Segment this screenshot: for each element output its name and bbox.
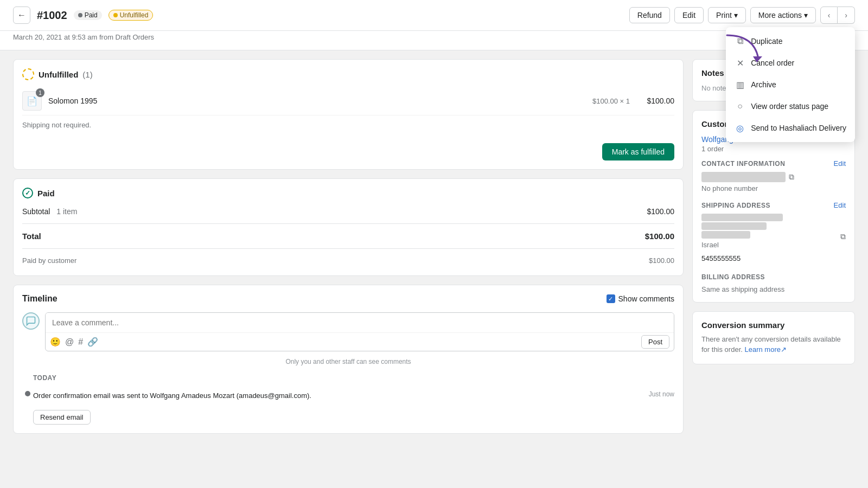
subtotal-row: Subtotal 1 item $100.00 <box>22 205 674 218</box>
conversion-text: There aren't any conversion details avai… <box>701 334 846 355</box>
prev-order-button[interactable]: ‹ <box>820 7 838 24</box>
attachment-icon[interactable]: 🔗 <box>87 337 98 347</box>
dropdown-item-send-hashaliach[interactable]: ◎ Send to Hashaliach Delivery <box>726 117 855 139</box>
hashtag-icon[interactable]: # <box>78 337 83 347</box>
item-doc-icon: 📄 <box>27 96 37 106</box>
unfulfilled-title: Unfulfilled (1) <box>22 68 674 80</box>
shipping-address: Wolfgang Amadeus Mozart Israel 545555555… <box>701 214 846 265</box>
post-button[interactable]: Post <box>641 335 669 349</box>
order-date: March 20, 2021 at 9:53 am from Draft Ord… <box>13 33 154 41</box>
paid-card: ✓ Paid Subtotal 1 item $100.00 Total $10… <box>13 178 684 276</box>
mark-fulfilled-button[interactable]: Mark as fulfilled <box>602 143 674 160</box>
timeline-entries: TODAY Order confirmation email was sent … <box>22 374 674 425</box>
dropdown-item-duplicate[interactable]: ⧉ Duplicate <box>726 30 855 52</box>
conversion-title: Conversion summary <box>701 320 846 330</box>
unfulfilled-card: Unfulfilled (1) 📄 1 Solomon 1995 $100.00… <box>13 59 684 170</box>
next-order-button[interactable]: › <box>838 7 855 24</box>
paid-badge: Paid <box>74 10 102 20</box>
timeline-card: Timeline ✓ Show comments <box>13 285 684 434</box>
billing-header: BILLING ADDRESS <box>701 273 846 281</box>
email-blurred: ████████████████ <box>701 172 786 182</box>
comment-input[interactable] <box>46 313 674 332</box>
shipping-name: Wolfgang Amadeus Mozart <box>701 214 783 221</box>
payment-divider-2 <box>22 248 674 249</box>
more-actions-button[interactable]: More actions ▾ <box>750 7 816 23</box>
print-chevron-icon: ▾ <box>734 11 738 20</box>
paid-check-icon: ✓ <box>22 188 33 198</box>
timeline-header: Timeline ✓ Show comments <box>22 294 674 304</box>
more-actions-label: More actions <box>758 11 802 20</box>
user-avatar <box>22 312 40 330</box>
unfulfilled-count: (1) <box>82 70 92 79</box>
copy-email-icon[interactable]: ⧉ <box>789 172 794 182</box>
subtotal-value: $100.00 <box>647 207 674 216</box>
shipping-phone: 5455555555 <box>701 253 846 265</box>
paid-title-text: Paid <box>37 189 55 198</box>
show-comments-toggle[interactable]: ✓ Show comments <box>607 294 674 303</box>
contact-edit-link[interactable]: Edit <box>834 159 846 168</box>
duplicate-label: Duplicate <box>751 37 782 46</box>
learn-more-label: Learn more <box>745 345 781 354</box>
dropdown-item-archive[interactable]: ▥ Archive <box>726 74 855 95</box>
timeline-item: Order confirmation email was sent to Wol… <box>33 388 674 403</box>
archive-icon: ▥ <box>735 79 745 90</box>
item-qty-badge: 1 <box>36 88 44 97</box>
dropdown-item-view-status[interactable]: ○ View order status page <box>726 95 855 117</box>
resend-email-button[interactable]: Resend email <box>33 410 91 425</box>
subtotal-label: Subtotal 1 item <box>22 207 77 216</box>
duplicate-icon: ⧉ <box>735 36 745 47</box>
item-total: $100.00 <box>636 97 674 105</box>
billing-same: Same as shipping address <box>701 285 846 293</box>
external-link-icon: ↗ <box>781 345 787 354</box>
page-wrapper: ← #1002 Paid Unfulfilled Refund Edit Pri… <box>0 0 868 488</box>
subtotal-label-text: Subtotal <box>22 207 50 216</box>
today-label: TODAY <box>33 374 674 382</box>
archive-label: Archive <box>751 80 776 89</box>
timeline-title: Timeline <box>22 294 58 304</box>
cancel-label: Cancel order <box>751 59 794 67</box>
print-label: Print <box>716 11 732 20</box>
more-actions-chevron-icon: ▾ <box>804 11 808 20</box>
show-comments-label: Show comments <box>618 294 674 303</box>
dropdown-item-cancel[interactable]: ✕ Cancel order <box>726 52 855 74</box>
unfulfilled-item-row: 📄 1 Solomon 1995 $100.00 × 1 $100.00 <box>22 87 674 115</box>
paid-by-value: $100.00 <box>649 256 674 265</box>
view-status-icon: ○ <box>735 101 745 112</box>
paid-title: ✓ Paid <box>22 188 674 198</box>
customer-orders: 1 order <box>701 145 846 153</box>
conversion-card: Conversion summary There aren't any conv… <box>692 311 855 364</box>
copy-address-icon[interactable]: ⧉ <box>840 232 846 241</box>
edit-button[interactable]: Edit <box>674 7 704 23</box>
print-button[interactable]: Print ▾ <box>708 7 746 23</box>
paid-by-row: Paid by customer $100.00 <box>22 254 674 267</box>
hashaliach-label: Send to Hashaliach Delivery <box>751 124 846 132</box>
show-comments-checkbox[interactable]: ✓ <box>607 294 615 303</box>
comment-toolbar: 🙂 @ # 🔗 Post <box>46 332 674 351</box>
timeline-dot <box>25 391 30 396</box>
cancel-icon: ✕ <box>735 57 745 68</box>
item-price: $100.00 × 1 <box>592 97 630 105</box>
emoji-icon[interactable]: 🙂 <box>50 337 61 347</box>
contact-header: CONTACT INFORMATION Edit <box>701 159 846 168</box>
main-content: Unfulfilled (1) 📄 1 Solomon 1995 $100.00… <box>13 59 684 479</box>
comment-note: Only you and other staff can see comment… <box>22 358 674 365</box>
shipping-note: Shipping not required. <box>22 115 674 134</box>
unfulfilled-badge: Unfulfilled <box>108 10 154 21</box>
more-actions-dropdown: ⧉ Duplicate ✕ Cancel order ▥ Archive ○ V… <box>726 27 855 142</box>
total-row: Total $100.00 <box>22 229 674 243</box>
back-button[interactable]: ← <box>13 7 30 24</box>
learn-more-link[interactable]: Learn more↗ <box>745 345 787 354</box>
billing-address-label: BILLING ADDRESS <box>701 273 765 281</box>
shipping-country: Israel <box>701 241 719 249</box>
shipping-edit-link[interactable]: Edit <box>834 201 846 209</box>
hashaliach-icon: ◎ <box>735 123 745 133</box>
nav-arrows: ‹ › <box>820 7 855 24</box>
at-icon[interactable]: @ <box>65 337 74 347</box>
total-value: $100.00 <box>645 232 674 241</box>
top-bar-actions: Refund Edit Print ▾ More actions ▾ ‹ › <box>629 7 855 24</box>
order-number: #1002 <box>37 9 67 22</box>
refund-button[interactable]: Refund <box>629 7 670 23</box>
paid-by-label: Paid by customer <box>22 256 76 265</box>
item-name: Solomon 1995 <box>48 97 586 105</box>
comment-input-wrapper: 🙂 @ # 🔗 Post <box>45 312 674 351</box>
